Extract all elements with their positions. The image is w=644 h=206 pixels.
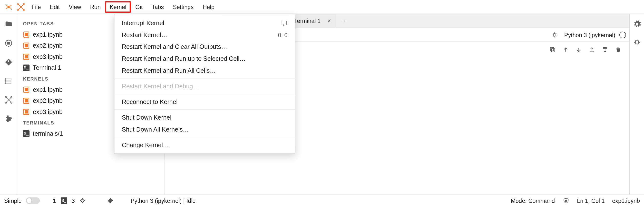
svg-rect-38: [590, 51, 594, 52]
svg-point-5: [23, 9, 24, 11]
menu-help[interactable]: Help: [198, 1, 219, 13]
trust-icon[interactable]: [562, 197, 570, 204]
toc-icon[interactable]: [4, 76, 13, 85]
svg-rect-23: [24, 55, 28, 58]
duplicate-icon[interactable]: [548, 45, 557, 54]
svg-rect-19: [24, 33, 28, 36]
list-item-label: exp3.ipynb: [33, 108, 63, 115]
dropdown-sep: [114, 137, 295, 137]
list-item-label: exp2.ipynb: [33, 42, 63, 49]
svg-rect-29: [24, 110, 28, 113]
menu-kernel[interactable]: Kernel: [105, 1, 131, 13]
svg-point-3: [23, 3, 24, 5]
extensions-icon[interactable]: [4, 114, 13, 123]
bug-status-icon: [79, 197, 86, 204]
menu-settings[interactable]: Settings: [168, 1, 198, 13]
terminal-icon: $_: [23, 64, 30, 71]
term-count: 3: [72, 197, 75, 204]
close-icon[interactable]: ×: [327, 17, 332, 25]
svg-rect-37: [550, 48, 554, 51]
menu-tabs[interactable]: Tabs: [147, 1, 168, 13]
right-activity-bar: [629, 14, 644, 194]
kernel-status-label[interactable]: Python 3 (ipykernel) | Idle: [131, 197, 196, 204]
kernel-menu-item[interactable]: Shut Down All Kernels…: [114, 123, 295, 135]
dropdown-label: Restart Kernel…: [122, 31, 168, 38]
git-logo-icon: [16, 2, 25, 11]
git-branch-icon[interactable]: [107, 197, 114, 204]
kernel-menu-item[interactable]: Shut Down Kernel: [114, 112, 295, 123]
notebook-icon: [23, 53, 30, 60]
notebook-icon: [23, 42, 30, 49]
statusbar: Simple 1 $_ 3 Python 3 (ipykernel) | Idl…: [0, 194, 644, 206]
menu-git[interactable]: Git: [131, 1, 147, 13]
menu-view[interactable]: View: [64, 1, 86, 13]
menu-run[interactable]: Run: [86, 1, 105, 13]
notebook-icon: [23, 86, 30, 93]
cell-toolbar: [548, 45, 622, 54]
move-up-icon[interactable]: [561, 45, 570, 54]
kernel-menu-item[interactable]: Interrupt KernelI, I: [114, 17, 295, 29]
simple-label: Simple: [4, 197, 22, 204]
kernel-menu-item[interactable]: Change Kernel…: [114, 139, 295, 151]
kernel-count: 1: [53, 197, 56, 204]
dropdown-label: Reconnect to Kernel: [122, 98, 178, 105]
svg-point-13: [5, 83, 5, 83]
activity-bar: [0, 14, 17, 194]
terminal-icon: $_: [60, 197, 68, 204]
terminal-icon: $_: [23, 130, 30, 137]
menu-edit[interactable]: Edit: [45, 1, 64, 13]
list-item-label: exp2.ipynb: [33, 97, 63, 104]
dropdown-label: Interrupt Kernel: [122, 19, 164, 26]
list-item-label: terminals/1: [33, 130, 63, 137]
kernel-menu-item[interactable]: Restart Kernel…0, 0: [114, 29, 295, 41]
cogs-icon[interactable]: [632, 20, 641, 29]
kernel-menu-item[interactable]: Restart Kernel and Run up to Selected Ce…: [114, 53, 295, 65]
kernel-menu-item[interactable]: Reconnect to Kernel: [114, 96, 295, 108]
dropdown-label: Shut Down Kernel: [122, 114, 171, 121]
tab-add-button[interactable]: +: [337, 14, 351, 28]
kernel-menu-dropdown: Interrupt KernelI, IRestart Kernel…0, 0R…: [114, 14, 296, 154]
svg-point-11: [5, 79, 5, 79]
list-item-label: Terminal 1: [33, 64, 61, 71]
menubar: FileEditViewRunKernelGitTabsSettingsHelp: [0, 0, 644, 14]
svg-rect-7: [7, 42, 9, 44]
debugger-icon[interactable]: [632, 38, 641, 47]
svg-rect-27: [24, 99, 28, 102]
svg-point-2: [17, 3, 18, 5]
menu-file[interactable]: File: [27, 1, 45, 13]
tab-label: Terminal 1: [294, 18, 321, 24]
kernel-menu-item[interactable]: Restart Kernel and Run All Cells…: [114, 64, 295, 76]
git-graph-icon[interactable]: [4, 95, 13, 104]
svg-point-15: [10, 96, 12, 98]
running-icon[interactable]: [4, 39, 13, 48]
svg-point-35: [553, 34, 556, 36]
simple-toggle[interactable]: [26, 197, 40, 204]
dropdown-label: Restart Kernel and Run up to Selected Ce…: [122, 55, 246, 62]
svg-point-41: [81, 199, 84, 202]
svg-point-12: [5, 81, 5, 81]
dropdown-label: Restart Kernel and Clear All Outputs…: [122, 43, 227, 50]
insert-above-icon[interactable]: [588, 45, 596, 54]
insert-below-icon[interactable]: [600, 45, 610, 54]
file-label[interactable]: exp1.ipynb: [612, 197, 640, 204]
kernel-name-label[interactable]: Python 3 (ipykernel): [564, 32, 616, 38]
bug-icon[interactable]: [550, 29, 560, 40]
cursor-label[interactable]: Ln 1, Col 1: [577, 197, 605, 204]
svg-rect-25: [24, 88, 28, 91]
notebook-icon: [23, 97, 30, 104]
mode-label[interactable]: Mode: Command: [511, 197, 555, 204]
list-item-label: exp3.ipynb: [33, 53, 63, 60]
kernel-status-icon[interactable]: [620, 32, 626, 38]
svg-point-40: [635, 41, 639, 44]
folder-icon[interactable]: [4, 20, 13, 29]
git-icon[interactable]: [4, 58, 13, 67]
svg-point-4: [17, 9, 18, 11]
move-down-icon[interactable]: [574, 45, 583, 54]
delete-icon[interactable]: [614, 45, 622, 54]
dropdown-sep: [114, 78, 295, 79]
kernel-menu-item[interactable]: Restart Kernel and Clear All Outputs…: [114, 41, 295, 53]
kernel-menu-item: Restart Kernel and Debug…: [114, 80, 295, 92]
svg-rect-36: [551, 49, 554, 52]
list-item-label: exp1.ipynb: [33, 31, 63, 38]
dropdown-label: Shut Down All Kernels…: [122, 126, 189, 133]
